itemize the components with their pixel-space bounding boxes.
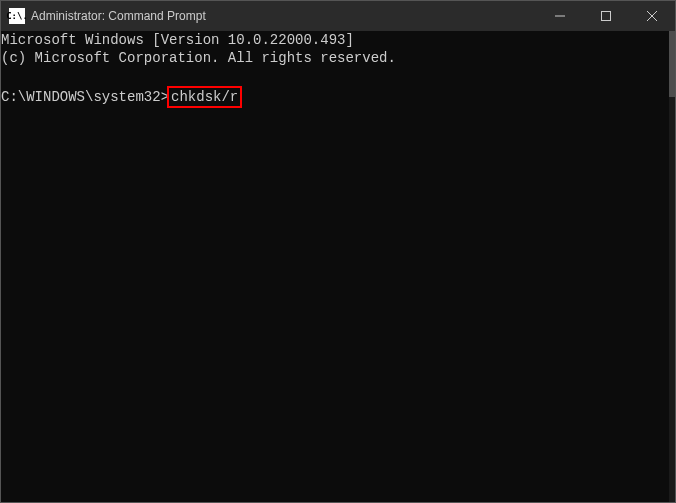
svg-rect-1	[602, 12, 611, 21]
window-controls	[537, 1, 675, 31]
command-text: chkdsk/r	[171, 89, 238, 105]
scrollbar-thumb[interactable]	[669, 31, 675, 97]
app-icon: C:\.	[9, 8, 25, 24]
scrollbar[interactable]	[669, 31, 675, 502]
blank-line	[1, 67, 669, 85]
close-button[interactable]	[629, 1, 675, 31]
minimize-icon	[555, 11, 565, 21]
close-icon	[647, 11, 657, 21]
command-prompt-window: C:\. Administrator: Command Prompt Micro…	[0, 0, 676, 503]
version-line: Microsoft Windows [Version 10.0.22000.49…	[1, 31, 669, 49]
maximize-button[interactable]	[583, 1, 629, 31]
terminal-area[interactable]: Microsoft Windows [Version 10.0.22000.49…	[1, 31, 675, 502]
prompt-line: C:\WINDOWS\system32>chkdsk/r	[1, 86, 669, 108]
minimize-button[interactable]	[537, 1, 583, 31]
copyright-line: (c) Microsoft Corporation. All rights re…	[1, 49, 669, 67]
command-highlight: chkdsk/r	[167, 86, 242, 108]
window-title: Administrator: Command Prompt	[31, 9, 537, 23]
prompt-path: C:\WINDOWS\system32>	[1, 89, 169, 105]
titlebar[interactable]: C:\. Administrator: Command Prompt	[1, 1, 675, 31]
terminal-content: Microsoft Windows [Version 10.0.22000.49…	[1, 31, 669, 108]
maximize-icon	[601, 11, 611, 21]
